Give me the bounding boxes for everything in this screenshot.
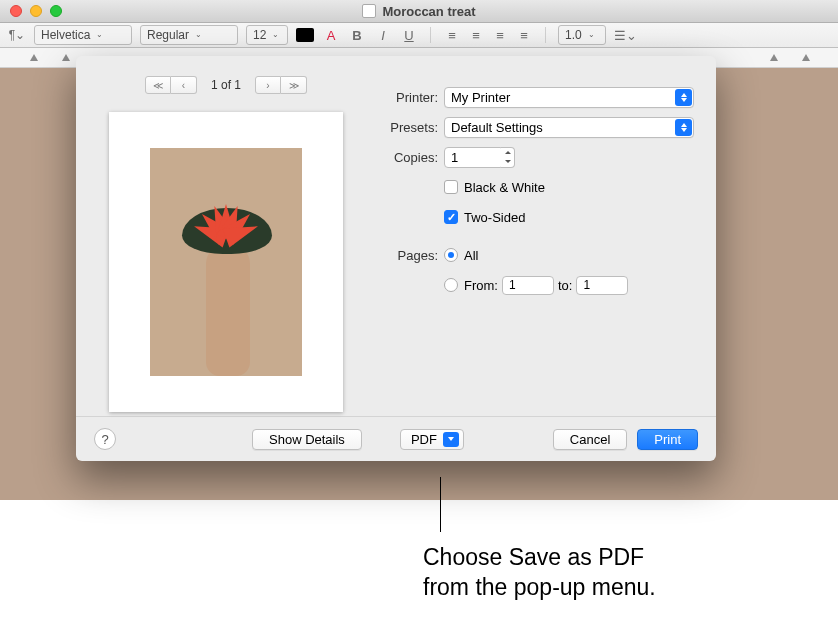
italic-icon[interactable]: I [374,28,392,43]
pages-from-input[interactable] [502,276,554,295]
callout-line2: from the pop-up menu. [423,574,656,600]
minimize-window-button[interactable] [30,5,42,17]
help-button[interactable]: ? [94,428,116,450]
options-pane: Printer: My Printer Presets: Default Set… [376,56,716,416]
traffic-lights [10,5,62,17]
document-icon [362,4,376,18]
line-spacing-value: 1.0 [565,28,582,42]
show-details-button[interactable]: Show Details [252,429,362,450]
preview-page [109,112,343,412]
black-white-checkbox[interactable] [444,180,458,194]
window-title: Moroccan treat [0,4,838,19]
updown-arrows-icon [675,89,692,106]
zoom-window-button[interactable] [50,5,62,17]
two-sided-label: Two-Sided [464,210,525,225]
bold-icon[interactable]: B [348,28,366,43]
two-sided-checkbox[interactable] [444,210,458,224]
presets-value: Default Settings [451,120,543,135]
callout-line1: Choose Save as PDF [423,544,644,570]
window-title-text: Moroccan treat [382,4,475,19]
align-right-icon[interactable]: ≡ [491,28,509,43]
preview-image [150,148,302,376]
presets-label: Presets: [384,120,444,135]
underline-icon[interactable]: U [400,28,418,43]
presets-select[interactable]: Default Settings [444,117,694,138]
prev-page-button[interactable]: ‹ [171,76,197,94]
window-titlebar: Moroccan treat [0,0,838,23]
tab-marker[interactable] [770,54,778,61]
align-justify-icon[interactable]: ≡ [515,28,533,43]
callout-text: Choose Save as PDF from the pop-up menu. [423,543,656,603]
tab-marker[interactable] [62,54,70,61]
copies-input[interactable] [444,147,504,168]
pages-all-label: All [464,248,478,263]
preview-pane: ≪ ‹ 1 of 1 › ≫ [76,56,376,416]
tab-marker[interactable] [802,54,810,61]
tab-marker[interactable] [30,54,38,61]
line-spacing-select[interactable]: 1.0⌄ [558,25,606,45]
next-page-button[interactable]: › [255,76,281,94]
pages-to-label: to: [558,278,572,293]
first-page-button[interactable]: ≪ [145,76,171,94]
black-white-label: Black & White [464,180,545,195]
align-center-icon[interactable]: ≡ [467,28,485,43]
print-button[interactable]: Print [637,429,698,450]
pages-label: Pages: [384,248,444,263]
pages-from-label: From: [464,278,498,293]
pdf-button-label: PDF [411,432,437,447]
alignment-group: ≡ ≡ ≡ ≡ [443,28,533,43]
copies-stepper[interactable] [501,147,515,168]
font-size-value: 12 [253,28,266,42]
pdf-popup-button[interactable]: PDF [400,429,464,450]
pager-label: 1 of 1 [211,78,241,92]
divider [545,27,546,43]
align-left-icon[interactable]: ≡ [443,28,461,43]
divider [430,27,431,43]
cancel-button[interactable]: Cancel [553,429,627,450]
copies-label: Copies: [384,150,444,165]
font-weight-select[interactable]: Regular⌄ [140,25,238,45]
pages-range-radio[interactable] [444,278,458,292]
font-family-select[interactable]: Helvetica⌄ [34,25,132,45]
chevron-down-icon [443,432,459,447]
printer-value: My Printer [451,90,510,105]
last-page-button[interactable]: ≫ [281,76,307,94]
font-family-value: Helvetica [41,28,90,42]
pages-to-input[interactable] [576,276,628,295]
printer-label: Printer: [384,90,444,105]
printer-select[interactable]: My Printer [444,87,694,108]
updown-arrows-icon [675,119,692,136]
font-size-select[interactable]: 12⌄ [246,25,288,45]
text-color-style-icon[interactable]: A [322,28,340,43]
close-window-button[interactable] [10,5,22,17]
dialog-footer: ? Show Details PDF Cancel Print [76,416,716,461]
font-weight-value: Regular [147,28,189,42]
callout-leader-line [440,477,441,532]
print-dialog: ≪ ‹ 1 of 1 › ≫ [76,56,716,461]
paragraph-styles-icon[interactable]: ¶⌄ [8,28,26,42]
list-style-icon[interactable]: ☰⌄ [614,28,632,43]
text-color-swatch[interactable] [296,28,314,42]
format-toolbar: ¶⌄ Helvetica⌄ Regular⌄ 12⌄ A B I U ≡ ≡ ≡… [0,23,838,48]
pages-all-radio[interactable] [444,248,458,262]
preview-pager: ≪ ‹ 1 of 1 › ≫ [145,76,307,94]
